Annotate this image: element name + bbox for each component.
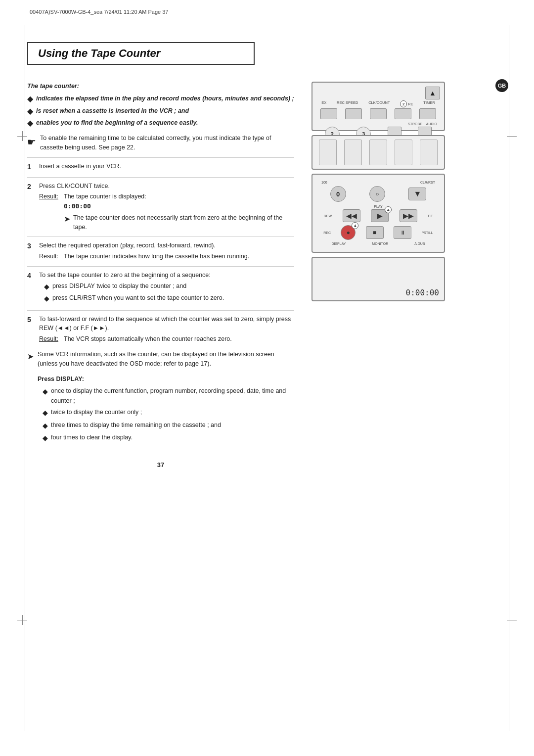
transport-row-2: REW ◀◀ ▶ 4 ▶▶ F.F [318, 209, 438, 222]
step-5-result: Result: The VCR stops automatically when… [39, 334, 294, 344]
recspeed-btn[interactable] [345, 108, 362, 119]
step-5-result-text: The VCR stops automatically when the cou… [64, 334, 232, 344]
step-1-num: 1 [27, 162, 39, 172]
vcr-panel-4: 0:00:00 [312, 257, 445, 301]
step-3-text: Select the required operation (play, rec… [39, 242, 216, 249]
play-label: PLAY [374, 205, 382, 208]
down-arrow-btn[interactable]: ▼ [408, 188, 426, 200]
big-note-content: Some VCR information, such as the counte… [38, 350, 294, 445]
vcr-panel-3: 100 CLR/RST 0 ○ ▼ PLAY [312, 174, 445, 253]
press-diamond-1: ◆ [43, 386, 48, 397]
step-2-result-text: The tape counter is displayed: 0:00:00 [64, 192, 146, 211]
diamond-icon-2: ◆ [27, 106, 33, 117]
re-btn[interactable] [395, 108, 411, 119]
step-3: 3 Select the required operation (play, r… [27, 236, 294, 261]
press-diamond-4: ◆ [43, 432, 48, 443]
audio-label: AUDIO [426, 122, 437, 126]
big-note-arrow-icon: ➤ [27, 351, 34, 363]
ex-btn[interactable] [320, 108, 337, 119]
timer-btn[interactable] [419, 108, 436, 119]
recspeed-label: REC SPEED [337, 100, 358, 107]
stop-btn[interactable]: ■ [366, 226, 384, 239]
crosshair-tl [17, 131, 27, 141]
step-2: 2 Press CLK/COUNT twice. Result: The tap… [27, 177, 294, 232]
strobe-label: STROBE [408, 122, 422, 126]
step-3-num: 3 [27, 241, 39, 251]
press-display-bullet-1: ◆ once to display the current function, … [43, 386, 294, 406]
step-5-text: To fast-forward or rewind to the sequenc… [39, 316, 291, 332]
press-display-block: Press DISPLAY: ◆ once to display the cur… [38, 374, 294, 443]
step-3-result: Result: The tape counter indicates how l… [39, 252, 294, 261]
press-display-bullet-2: ◆ twice to display the counter only ; [43, 407, 294, 418]
badge-2: 2 [400, 100, 407, 107]
note-icon: ☛ [27, 135, 36, 149]
top-labels-row: EX REC SPEED CLK/COUNT 2 RE TIMER [316, 100, 440, 107]
crosshair-br [507, 615, 517, 625]
badge-4a: 4 [385, 206, 392, 213]
vcr-panel-2 [312, 135, 445, 170]
bullet-2-text: is reset when a cassette is inserted in … [36, 106, 189, 116]
step-5-result-label: Result: [39, 334, 64, 344]
press-diamond-3: ◆ [43, 420, 48, 431]
bullet-3: ◆ enables you to find the beginning of a… [27, 118, 294, 129]
top-buttons-row [316, 108, 440, 119]
tape-counter-label: The tape counter: [27, 82, 294, 91]
sub-diamond-4-1: ◆ [44, 282, 49, 292]
step-4-text: To set the tape counter to zero at the b… [39, 272, 211, 279]
step-4-sub-1: ◆ press DISPLAY twice to display the cou… [44, 282, 294, 292]
strobe-audio-row: STROBE AUDIO [316, 122, 440, 126]
page-number: 37 [27, 455, 294, 470]
diamond-icon-1: ◆ [27, 94, 33, 104]
diamond-icon-3: ◆ [27, 118, 33, 129]
audio-btn[interactable] [418, 127, 432, 136]
ff-btn[interactable]: ▶▶ [400, 209, 417, 222]
digit-2 [344, 140, 362, 165]
display-label: DISPLAY [331, 242, 346, 245]
header: 00407A)SV-7000W-GB-4_sea 7/24/01 11:20 A… [30, 9, 504, 15]
badge-4b: 4 [352, 222, 358, 229]
header-text: 00407A)SV-7000W-GB-4_sea 7/24/01 11:20 A… [30, 9, 169, 15]
transport-bottom-labels: DISPLAY MONITOR A.DUB [318, 242, 438, 245]
100-label: 100 [321, 181, 327, 184]
step-2-counter: 0:00:00 [64, 202, 91, 210]
step-1: 1 Insert a cassette in your VCR. [27, 157, 294, 172]
counter-value: 0:00:00 [406, 288, 439, 297]
left-column: The tape counter: ◆ indicates the elapse… [27, 82, 294, 729]
ff-label: F.F [428, 214, 433, 218]
note-block: ☛ To enable the remaining time to be cal… [27, 134, 294, 152]
press-display-title: Press DISPLAY: [38, 374, 294, 384]
clkcount-btn[interactable] [370, 108, 387, 119]
step-4: 4 To set the tape counter to zero at the… [27, 266, 294, 305]
press-display-bullet-3: ◆ three times to display the time remain… [43, 420, 294, 431]
bullet-2: ◆ is reset when a cassette is inserted i… [27, 106, 294, 117]
page-border-right [509, 25, 509, 731]
clkcount-label: CLK/COUNT [368, 100, 390, 107]
step-4-num: 4 [27, 271, 39, 281]
rew-btn[interactable]: ◀◀ [343, 209, 360, 222]
press-display-bullet-2-text: twice to display the counter only ; [51, 407, 142, 417]
step-1-text: Insert a cassette in your VCR. [39, 163, 121, 170]
step-3-result-label: Result: [39, 252, 64, 261]
digit-3 [369, 140, 387, 165]
step-5: 5 To fast-forward or rewind to the seque… [27, 310, 294, 344]
rec-label: REC [323, 231, 331, 235]
step-3-result-text: The tape counter indicates how long the … [64, 252, 249, 261]
eject-button: ▲ [425, 87, 440, 99]
monitor-label: MONITOR [372, 242, 388, 245]
page-border-left [25, 25, 25, 731]
sub-diamond-4-2: ◆ [44, 293, 49, 304]
press-diamond-2: ◆ [43, 407, 48, 418]
clrrst-btn[interactable]: ○ [369, 186, 385, 202]
crosshair-bl [17, 615, 27, 625]
arrow-icon-1: ➤ [64, 213, 70, 225]
strobe-btn[interactable] [388, 127, 401, 136]
big-note: ➤ Some VCR information, such as the coun… [27, 350, 294, 445]
btn-0[interactable]: 0 [330, 186, 346, 202]
title-box: Using the Tape Counter [27, 42, 255, 65]
transport-row-1: 0 ○ ▼ [318, 186, 438, 202]
adub-label: A.DUB [414, 242, 425, 245]
press-display-bullet-3-text: three times to display the time remainin… [51, 420, 221, 430]
crosshair-tr [507, 131, 517, 141]
step-4-sub-1-text: press DISPLAY twice to display the count… [52, 282, 186, 291]
pstill-btn[interactable]: ⏸ [394, 226, 411, 239]
